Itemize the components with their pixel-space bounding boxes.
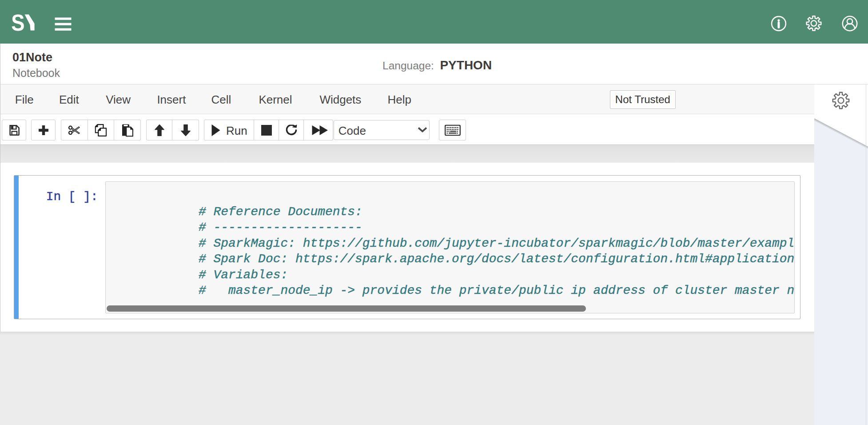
- svg-text:Run: Run: [226, 124, 247, 136]
- svg-text:S: S: [12, 14, 24, 31]
